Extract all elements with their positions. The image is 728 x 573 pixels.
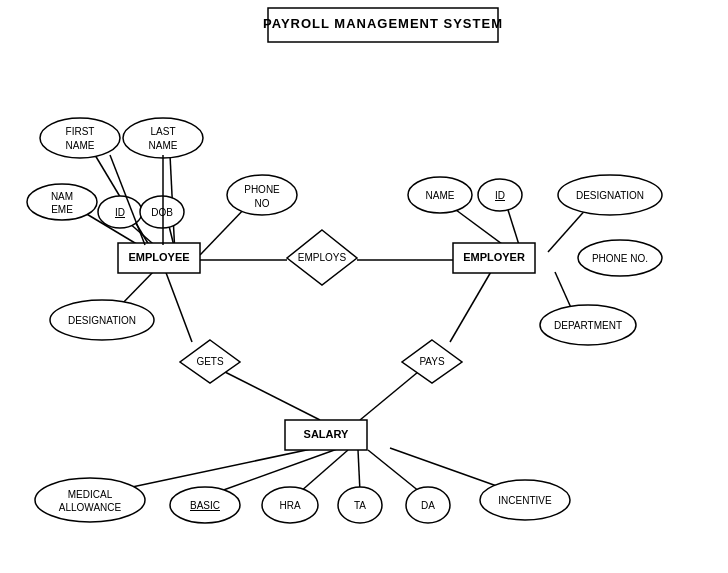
line-salary-ta [358,450,360,492]
attr-department-text: DEPARTMENT [554,320,622,331]
attr-firstname-text1: FIRST [66,126,95,137]
line-employer-pays [450,270,492,342]
attr-firstname [40,118,120,158]
line-emp-phoneno [200,205,248,255]
attr-medical-text1: MEDICAL [68,489,113,500]
line-pays-salary [360,372,418,420]
attr-hra-text: HRA [279,500,300,511]
attr-dob-text: DOB [151,207,173,218]
attr-employer-designation-text: DESIGNATION [576,190,644,201]
attr-nameme-text2: EME [51,204,73,215]
attr-employer-name-text: NAME [426,190,455,201]
attr-phoneno-emp-text1: PHONE [244,184,280,195]
attr-basic-text: BASIC [190,500,220,511]
attr-employer-phoneno-text: PHONE NO. [592,253,648,264]
attr-emp-id-text: ID [115,207,125,218]
line-salary-medical [118,445,330,490]
line-gets-salary [225,372,320,420]
attr-firstname-text2: NAME [66,140,95,151]
attr-lastname [123,118,203,158]
line-employer-desig [548,207,588,252]
line-salary-hra [300,450,348,492]
line-emp-gets [165,270,192,342]
attr-ta-text: TA [354,500,366,511]
rel-pays-text: PAYS [419,356,445,367]
entity-employer-text: EMPLOYER [463,251,525,263]
entity-employee-text: EMPLOYEE [128,251,189,263]
attr-incentive-text: INCENTIVE [498,495,552,506]
entity-salary-text: SALARY [304,428,349,440]
diagram-title: PAYROLL MANAGEMENT SYSTEM [263,16,503,31]
attr-lastname-text2: NAME [149,140,178,151]
line-employer-dept [555,272,572,310]
line-salary-basic [218,448,340,492]
rel-employs-text: EMPLOYS [298,252,347,263]
rel-gets-text: GETS [196,356,224,367]
attr-medical [35,478,145,522]
attr-phoneno-emp-text2: NO [255,198,270,209]
attr-medical-text2: ALLOWANCE [59,502,122,513]
attr-employer-id-text: ID [495,190,505,201]
attr-da-text: DA [421,500,435,511]
attr-nameme-text1: NAM [51,191,73,202]
attr-emp-designation-text: DESIGNATION [68,315,136,326]
line-salary-incentive [390,448,508,490]
attr-lastname-text1: LAST [150,126,175,137]
attr-phoneno-emp [227,175,297,215]
